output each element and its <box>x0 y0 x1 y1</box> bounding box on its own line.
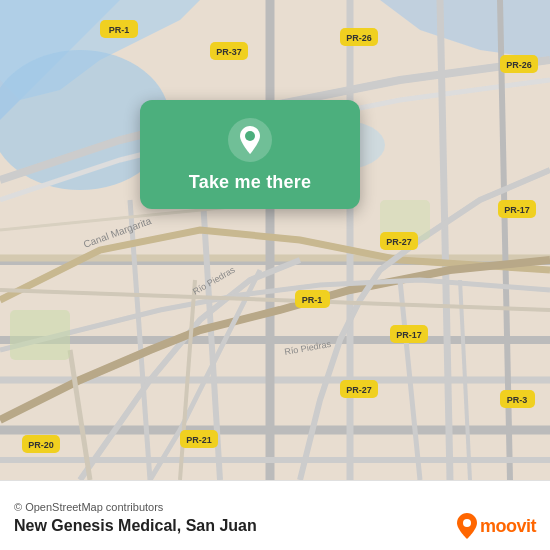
svg-text:PR-3: PR-3 <box>507 395 528 405</box>
take-me-there-label: Take me there <box>189 172 311 193</box>
moovit-logo-text: moovit <box>480 516 536 537</box>
take-me-there-card[interactable]: Take me there <box>140 100 360 209</box>
svg-text:PR-21: PR-21 <box>186 435 212 445</box>
svg-text:PR-1: PR-1 <box>302 295 323 305</box>
map-background: PR-1 PR-37 PR-26 PR-26 PR-17 PR-27 PR-1 … <box>0 0 550 480</box>
svg-text:PR-37: PR-37 <box>216 47 242 57</box>
moovit-logo: moovit <box>456 512 536 540</box>
svg-text:PR-27: PR-27 <box>386 237 412 247</box>
svg-text:PR-17: PR-17 <box>396 330 422 340</box>
location-pin-icon <box>228 118 272 162</box>
svg-text:PR-26: PR-26 <box>346 33 372 43</box>
svg-text:PR-27: PR-27 <box>346 385 372 395</box>
bottom-bar: © OpenStreetMap contributors New Genesis… <box>0 480 550 550</box>
map-attribution: © OpenStreetMap contributors <box>14 501 536 513</box>
svg-text:PR-20: PR-20 <box>28 440 54 450</box>
svg-text:PR-1: PR-1 <box>109 25 130 35</box>
moovit-pin-icon <box>456 512 478 540</box>
svg-point-53 <box>463 519 471 527</box>
svg-text:PR-26: PR-26 <box>506 60 532 70</box>
svg-rect-21 <box>10 310 70 360</box>
svg-point-52 <box>245 131 255 141</box>
map-container: PR-1 PR-37 PR-26 PR-26 PR-17 PR-27 PR-1 … <box>0 0 550 480</box>
svg-text:PR-17: PR-17 <box>504 205 530 215</box>
